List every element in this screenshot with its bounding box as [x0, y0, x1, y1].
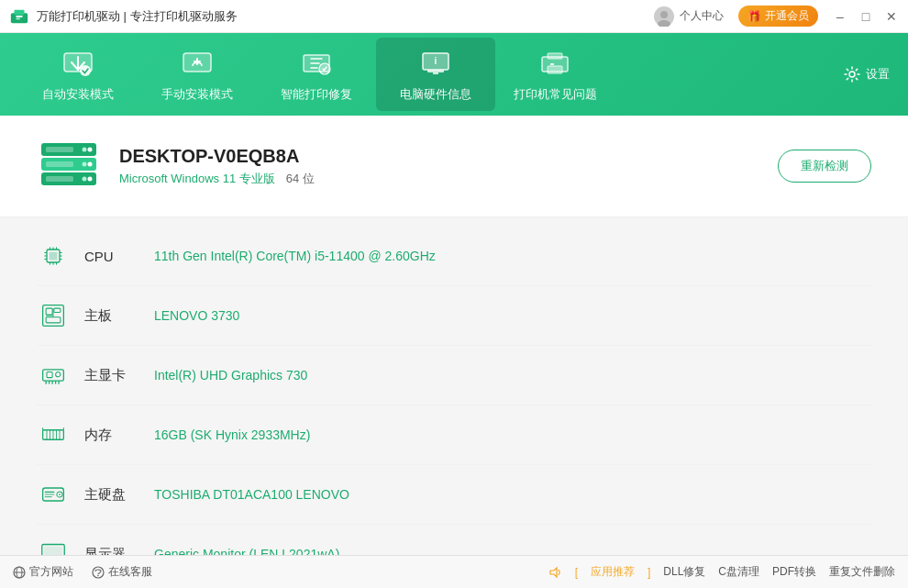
svg-rect-17: [548, 66, 562, 73]
app-logo-icon: [9, 6, 29, 27]
svg-point-5: [658, 20, 670, 27]
hw-item-hdd: 主硬盘 TOSHIBA DT01ACA100 LENOVO: [37, 465, 871, 525]
hw-value-gpu: Intel(R) UHD Graphics 730: [154, 368, 307, 383]
svg-rect-1: [15, 9, 25, 15]
website-label: 官方网站: [29, 564, 73, 580]
device-icon: [37, 134, 101, 198]
svg-rect-13: [433, 72, 438, 74]
speaker-label: [: [575, 566, 578, 579]
support-link[interactable]: 在线客服: [92, 564, 152, 580]
nav-hardware-info-label: 电脑硬件信息: [400, 86, 471, 103]
printer-faq-icon: [537, 46, 572, 81]
auto-install-icon: [61, 46, 95, 81]
svg-rect-47: [46, 308, 52, 315]
title-bar-left: 万能打印机驱动 | 专注打印机驱动服务: [9, 6, 238, 27]
support-icon: [92, 566, 105, 579]
speaker-label-close: ]: [648, 566, 650, 579]
svg-rect-33: [50, 252, 58, 261]
speaker-icon: [549, 566, 562, 579]
hw-item-ram: 内存 16GB (SK Hynix 2933MHz): [37, 405, 871, 465]
pdf-convert-tool[interactable]: PDF转换: [772, 564, 816, 580]
os-bits: 64 位: [286, 171, 315, 187]
nav-hardware-info[interactable]: i 电脑硬件信息: [376, 38, 495, 111]
nav-auto-install-label: 自动安装模式: [42, 86, 114, 103]
svg-rect-16: [548, 53, 562, 59]
nav-auto-install[interactable]: 自动安装模式: [18, 38, 138, 111]
title-bar: 万能打印机驱动 | 专注打印机驱动服务 个人中心 🎁 开通会员 – □ ✕: [0, 0, 908, 33]
nav-bar: 自动安装模式 手动安装模式 智能打印修复: [0, 33, 908, 116]
svg-rect-48: [54, 308, 61, 312]
svg-point-27: [88, 148, 93, 152]
close-button[interactable]: ✕: [884, 9, 899, 24]
svg-text:i: i: [435, 56, 437, 66]
hw-label-gpu: 主显卡: [84, 367, 139, 384]
smart-repair-icon: [299, 46, 334, 81]
hw-item-gpu: 主显卡 Intel(R) UHD Graphics 730: [37, 346, 871, 405]
hw-item-motherboard: 主板 LENOVO 3730: [37, 286, 871, 346]
svg-marker-92: [550, 568, 557, 577]
hw-label-cpu: CPU: [84, 249, 139, 264]
hw-value-ram: 16GB (SK Hynix 2933MHz): [154, 427, 310, 442]
hw-item-cpu: CPU 11th Gen Intel(R) Core(TM) i5-11400 …: [37, 227, 871, 286]
hw-label-ram: 内存: [84, 427, 139, 444]
redetect-button[interactable]: 重新检测: [778, 150, 871, 183]
svg-point-28: [83, 162, 87, 167]
app-recommend-label: 应用推荐: [591, 564, 635, 580]
user-label: 个人中心: [680, 8, 724, 24]
nav-printer-faq-label: 打印机常见问题: [514, 86, 597, 103]
maximize-button[interactable]: □: [858, 9, 873, 24]
nav-smart-repair[interactable]: 智能打印修复: [257, 38, 376, 111]
hw-value-cpu: 11th Gen Intel(R) Core(TM) i5-11400 @ 2.…: [154, 249, 436, 263]
svg-point-70: [59, 494, 61, 495]
svg-point-31: [88, 177, 93, 182]
hw-value-motherboard: LENOVO 3730: [154, 308, 239, 323]
svg-point-91: [97, 574, 99, 576]
svg-rect-53: [47, 372, 52, 378]
svg-rect-12: [427, 70, 444, 72]
hdd-icon: [37, 478, 70, 511]
vip-button[interactable]: 🎁 开通会员: [738, 6, 818, 27]
nav-printer-faq[interactable]: 打印机常见问题: [495, 38, 615, 111]
website-link[interactable]: 官方网站: [13, 564, 73, 580]
nav-smart-repair-label: 智能打印修复: [281, 86, 352, 103]
svg-rect-23: [46, 147, 73, 152]
hw-value-hdd: TOSHIBA DT01ACA100 LENOVO: [154, 487, 349, 502]
footer: 官方网站 在线客服 [ 应用推荐 ] DLL修复 C盘清理 PDF转换 重复文件…: [0, 555, 908, 588]
svg-point-7: [80, 65, 91, 76]
duplicate-delete-tool[interactable]: 重复文件删除: [829, 564, 895, 580]
device-name: DESKTOP-V0EQB8A: [119, 146, 759, 167]
avatar: [654, 6, 674, 27]
cdisk-clean-tool[interactable]: C盘清理: [718, 564, 759, 580]
svg-rect-2: [16, 16, 22, 17]
app-title: 万能打印机驱动 | 专注打印机驱动服务: [37, 8, 238, 25]
os-name: Microsoft Windows 11 专业版: [119, 171, 275, 187]
nav-manual-install[interactable]: 手动安装模式: [138, 38, 257, 111]
device-header: DESKTOP-V0EQB8A Microsoft Windows 11 专业版…: [0, 116, 908, 217]
svg-rect-24: [46, 161, 73, 167]
footer-tools: [ 应用推荐 ] DLL修复 C盘清理 PDF转换 重复文件删除: [549, 564, 895, 580]
svg-point-29: [88, 162, 93, 167]
svg-point-19: [849, 72, 855, 77]
settings-icon: [844, 66, 860, 83]
user-area[interactable]: 个人中心: [654, 6, 724, 27]
website-icon: [13, 566, 26, 579]
svg-point-30: [83, 177, 87, 182]
hardware-info-icon: i: [418, 46, 453, 81]
svg-rect-18: [550, 63, 554, 65]
svg-rect-49: [46, 317, 61, 323]
support-label: 在线客服: [108, 564, 152, 580]
settings-button[interactable]: 设置: [844, 66, 890, 83]
svg-point-26: [83, 148, 87, 152]
gpu-icon: [37, 359, 70, 392]
nav-manual-install-label: 手动安装模式: [161, 86, 233, 103]
ram-icon: [37, 418, 70, 451]
hw-label-motherboard: 主板: [84, 307, 139, 325]
svg-rect-25: [46, 176, 73, 182]
vip-icon: 🎁: [747, 10, 761, 23]
svg-point-4: [660, 11, 668, 18]
cpu-icon: [37, 239, 70, 272]
device-info: DESKTOP-V0EQB8A Microsoft Windows 11 专业版…: [119, 146, 759, 187]
dll-repair-tool[interactable]: DLL修复: [663, 564, 705, 580]
minimize-button[interactable]: –: [833, 9, 847, 24]
hardware-list: CPU 11th Gen Intel(R) Core(TM) i5-11400 …: [0, 217, 908, 588]
